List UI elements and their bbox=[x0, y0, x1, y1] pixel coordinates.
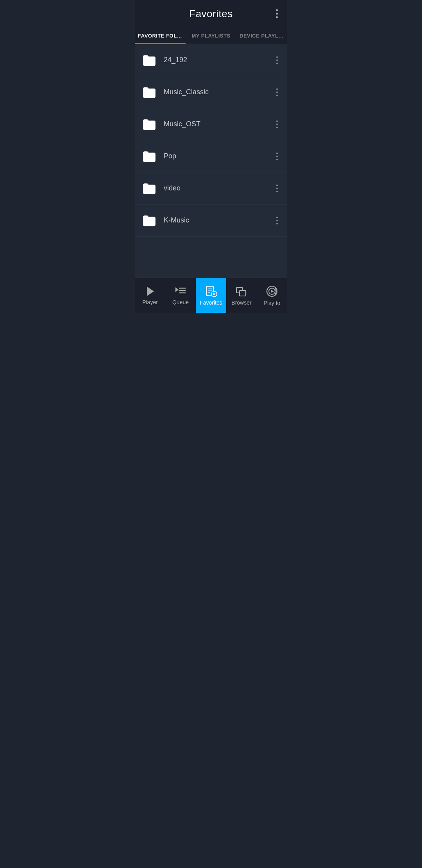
list-item[interactable]: K-Music bbox=[135, 204, 287, 237]
dot2 bbox=[276, 13, 278, 15]
browser-icon bbox=[236, 285, 247, 297]
queue-icon bbox=[175, 286, 186, 297]
favorites-icon bbox=[205, 285, 217, 297]
dot1 bbox=[276, 9, 278, 11]
folder-name: Music_OST bbox=[164, 120, 273, 128]
folder-more-button[interactable] bbox=[273, 181, 281, 195]
more-options-button[interactable] bbox=[273, 6, 281, 22]
folder-icon bbox=[141, 180, 157, 197]
nav-playto-label: Play to bbox=[264, 300, 281, 306]
empty-area bbox=[135, 257, 287, 278]
list-item[interactable]: video bbox=[135, 172, 287, 204]
folder-name: video bbox=[164, 184, 273, 192]
folder-icon bbox=[141, 116, 157, 133]
nav-player[interactable]: Player bbox=[135, 278, 165, 313]
page-title: Favorites bbox=[189, 8, 232, 20]
folder-icon bbox=[141, 52, 157, 68]
folder-icon bbox=[141, 148, 157, 165]
header: Favorites bbox=[135, 0, 287, 27]
folder-more-button[interactable] bbox=[273, 53, 281, 67]
nav-play-to[interactable]: Play to bbox=[257, 278, 287, 313]
dot3 bbox=[276, 16, 278, 18]
tab-device-playlists[interactable]: DEVICE PLAYLI... bbox=[236, 27, 287, 44]
list-item[interactable]: Music_Classic bbox=[135, 76, 287, 108]
folder-more-button[interactable] bbox=[273, 213, 281, 228]
list-item[interactable]: 24_192 bbox=[135, 44, 287, 76]
tabs-container: FAVORITE FOLDERS MY PLAYLISTS DEVICE PLA… bbox=[135, 27, 287, 44]
nav-player-label: Player bbox=[142, 299, 158, 305]
folder-name: 24_192 bbox=[164, 56, 273, 64]
svg-marker-0 bbox=[147, 287, 154, 296]
nav-favorites-label: Favorites bbox=[200, 299, 222, 306]
folder-name: K-Music bbox=[164, 216, 273, 224]
svg-marker-1 bbox=[175, 287, 179, 292]
svg-marker-16 bbox=[271, 290, 274, 293]
nav-browser-label: Browser bbox=[231, 299, 251, 306]
nav-queue[interactable]: Queue bbox=[165, 278, 196, 313]
nav-favorites[interactable]: Favorites bbox=[196, 278, 226, 313]
nav-browser[interactable]: Browser bbox=[226, 278, 257, 313]
bottom-navigation: Player Queue Favorites bbox=[135, 278, 287, 313]
folder-more-button[interactable] bbox=[273, 117, 281, 131]
play-icon bbox=[145, 286, 156, 297]
nav-queue-label: Queue bbox=[172, 299, 189, 305]
folder-more-button[interactable] bbox=[273, 85, 281, 99]
folder-list: 24_192 Music_Classic Music_OST bbox=[135, 44, 287, 257]
tab-favorite-folders[interactable]: FAVORITE FOLDERS bbox=[135, 27, 186, 44]
folder-name: Pop bbox=[164, 152, 273, 160]
tab-my-playlists[interactable]: MY PLAYLISTS bbox=[186, 27, 236, 44]
folder-icon bbox=[141, 84, 157, 100]
folder-more-button[interactable] bbox=[273, 149, 281, 163]
folder-icon bbox=[141, 212, 157, 229]
folder-name: Music_Classic bbox=[164, 88, 273, 96]
playto-icon bbox=[266, 285, 278, 298]
list-item[interactable]: Pop bbox=[135, 140, 287, 172]
svg-rect-12 bbox=[240, 291, 246, 296]
list-item[interactable]: Music_OST bbox=[135, 108, 287, 140]
